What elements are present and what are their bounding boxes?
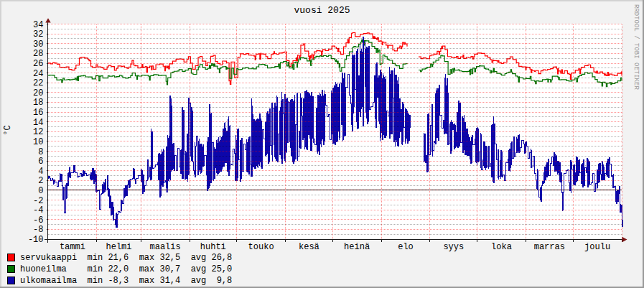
svg-text:24: 24 — [33, 69, 43, 79]
svg-text:elo: elo — [398, 242, 414, 252]
svg-text:22: 22 — [33, 78, 43, 88]
svg-text:touko: touko — [248, 242, 274, 252]
svg-text:-4: -4 — [33, 205, 43, 215]
svg-text:ulkomaailma min -8,3 max 31,: ulkomaailma min -8,3 max 31,4 avg 9,8 — [20, 276, 232, 286]
svg-text:RRDTOOL / TOBI OETIKER: RRDTOOL / TOBI OETIKER — [633, 4, 640, 90]
svg-text:joulu: joulu — [584, 242, 610, 252]
svg-text:marras: marras — [534, 242, 565, 252]
svg-text:syys: syys — [443, 242, 464, 252]
svg-text:16: 16 — [33, 108, 43, 118]
svg-text:12: 12 — [33, 127, 43, 137]
svg-text:30: 30 — [33, 40, 43, 50]
svg-text:10: 10 — [33, 137, 43, 147]
svg-text:34: 34 — [33, 20, 43, 30]
svg-text:maalis: maalis — [149, 242, 180, 252]
svg-text:vuosi 2025: vuosi 2025 — [294, 5, 350, 16]
svg-text:8: 8 — [38, 147, 43, 157]
svg-text:4: 4 — [38, 167, 43, 177]
svg-text:heinä: heinä — [344, 242, 370, 252]
svg-text:0: 0 — [38, 186, 43, 196]
svg-text:servukaappi min 21,6 max 32,: servukaappi min 21,6 max 32,5 avg 26,8 — [20, 253, 232, 263]
svg-text:helmi: helmi — [106, 242, 131, 252]
svg-text:kesä: kesä — [299, 242, 319, 252]
svg-text:28: 28 — [33, 49, 43, 59]
svg-text:26: 26 — [33, 59, 43, 69]
svg-text:-10: -10 — [28, 235, 44, 245]
svg-text:-6: -6 — [33, 215, 43, 226]
svg-text:tammi: tammi — [60, 242, 85, 252]
svg-text:-8: -8 — [33, 225, 43, 235]
svg-text:huhti: huhti — [200, 242, 226, 252]
svg-text:2: 2 — [38, 176, 43, 186]
svg-text:14: 14 — [33, 118, 43, 128]
svg-text:loka: loka — [491, 242, 512, 252]
svg-text:18: 18 — [33, 98, 43, 108]
svg-text:32: 32 — [33, 29, 43, 40]
svg-text:20: 20 — [33, 88, 43, 98]
svg-text:-2: -2 — [33, 196, 43, 206]
svg-text:°C: °C — [3, 125, 13, 135]
svg-text:huoneilma min 22,0 max 30,: huoneilma min 22,0 max 30,7 avg 25,0 — [20, 264, 232, 274]
svg-text:6: 6 — [38, 157, 43, 167]
